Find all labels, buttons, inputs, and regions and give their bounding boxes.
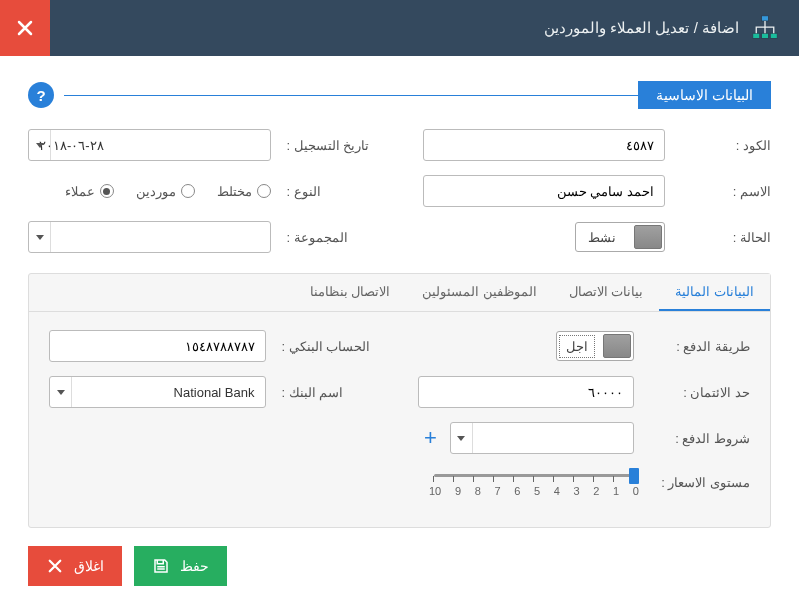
label-credit-limit: حد الائتمان : — [650, 385, 750, 400]
save-button-label: حفظ — [180, 558, 209, 574]
toggle-knob — [634, 225, 662, 249]
hierarchy-icon — [751, 14, 779, 42]
tab-contact[interactable]: بيانات الاتصال — [553, 274, 660, 311]
tab-system[interactable]: الاتصال بنظامنا — [294, 274, 407, 311]
radio-customers-label: عملاء — [65, 184, 95, 199]
label-code: الكود : — [681, 138, 771, 153]
code-input[interactable] — [423, 129, 666, 161]
section-header: البيانات الاساسية ? — [28, 81, 771, 109]
save-icon — [152, 557, 170, 575]
name-input[interactable] — [423, 175, 666, 207]
slider-labels: 10 9 8 7 6 5 4 3 2 1 0 — [429, 485, 639, 497]
label-pay-method: طريقة الدفع : — [650, 339, 750, 354]
divider — [64, 95, 638, 96]
titlebar: اضافة / تعديل العملاء والموردين — [0, 0, 799, 56]
help-button[interactable]: ? — [28, 82, 54, 108]
status-toggle[interactable]: نشط — [575, 222, 665, 252]
radio-suppliers-label: موردين — [136, 184, 176, 199]
radio-mixed[interactable]: مختلط — [217, 184, 271, 199]
group-combo[interactable] — [28, 221, 271, 253]
bank-name-combo[interactable]: National Bank — [49, 376, 266, 408]
chevron-down-icon — [29, 222, 51, 252]
save-button[interactable]: حفظ — [134, 546, 227, 586]
bank-account-input[interactable] — [49, 330, 266, 362]
window-close-button[interactable] — [0, 0, 50, 56]
label-pay-terms: شروط الدفع : — [650, 431, 750, 446]
chevron-down-icon — [29, 130, 51, 160]
label-status: الحالة : — [681, 230, 771, 245]
tab-row: البيانات المالية بيانات الاتصال الموظفين… — [29, 274, 770, 312]
label-bank-account: الحساب البنكي : — [282, 339, 402, 354]
type-radio-group: مختلط موردين عملاء — [28, 184, 271, 199]
status-toggle-text: نشط — [578, 230, 626, 245]
svg-rect-2 — [762, 33, 769, 38]
label-type: النوع : — [287, 184, 407, 199]
section-badge: البيانات الاساسية — [638, 81, 771, 109]
radio-mixed-label: مختلط — [217, 184, 252, 199]
add-pay-term-button[interactable]: + — [418, 425, 444, 451]
pay-terms-combo[interactable] — [450, 422, 635, 454]
question-icon: ? — [36, 87, 45, 104]
credit-limit-input[interactable] — [418, 376, 635, 408]
reg-date-combo[interactable]: ٢٨-٠٦-٢٠١٨ — [28, 129, 271, 161]
plus-icon: + — [424, 425, 437, 451]
radio-suppliers[interactable]: موردين — [136, 184, 195, 199]
pay-method-toggle[interactable]: اجل — [556, 331, 634, 361]
close-button[interactable]: اغلاق — [28, 546, 122, 586]
bank-name-value: National Bank — [50, 385, 265, 400]
chevron-down-icon — [451, 423, 473, 453]
reg-date-value: ٢٨-٠٦-٢٠١٨ — [29, 138, 270, 153]
radio-customers[interactable]: عملاء — [65, 184, 114, 199]
window-title: اضافة / تعديل العملاء والموردين — [544, 19, 739, 37]
close-icon — [46, 557, 64, 575]
svg-rect-0 — [762, 16, 769, 21]
label-bank-name: اسم البنك : — [282, 385, 402, 400]
label-group: المجموعة : — [287, 230, 407, 245]
slider-thumb[interactable] — [629, 468, 639, 484]
svg-rect-3 — [770, 33, 777, 38]
svg-rect-1 — [753, 33, 760, 38]
tabs-panel: البيانات المالية بيانات الاتصال الموظفين… — [28, 273, 771, 528]
price-level-slider[interactable]: 10 9 8 7 6 5 4 3 2 1 0 — [418, 468, 635, 497]
toggle-knob — [603, 334, 631, 358]
close-button-label: اغلاق — [74, 558, 104, 574]
tab-financial[interactable]: البيانات المالية — [659, 274, 770, 311]
tab-staff[interactable]: الموظفين المسئولين — [406, 274, 553, 311]
label-name: الاسم : — [681, 184, 771, 199]
label-price-level: مستوى الاسعار : — [650, 475, 750, 490]
close-icon — [16, 19, 34, 37]
chevron-down-icon — [50, 377, 72, 407]
label-reg-date: تاريخ التسجيل : — [287, 138, 407, 153]
pay-method-text: اجل — [559, 335, 595, 358]
